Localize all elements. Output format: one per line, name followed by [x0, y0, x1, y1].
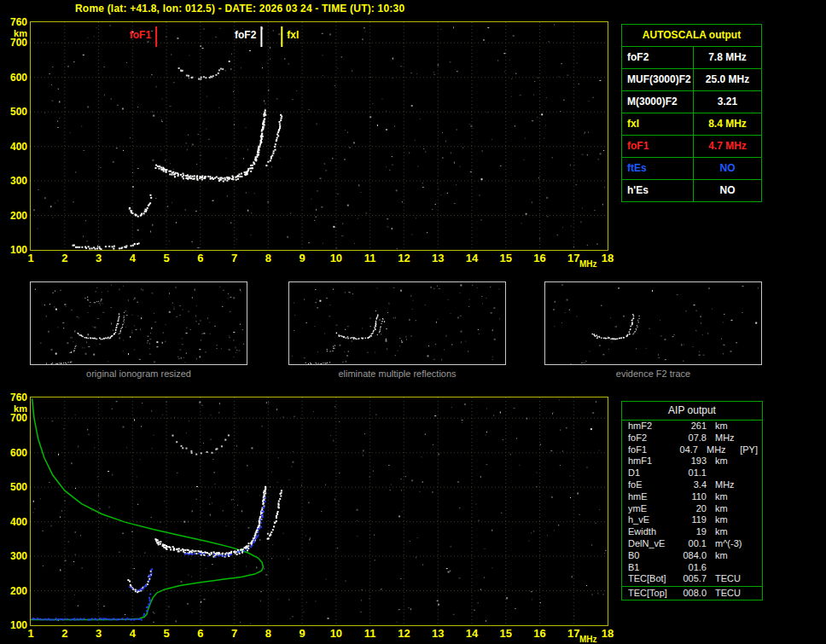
autoscala-output-table: AUTOSCALA output foF27.8 MHzMUF(3000)F22… — [621, 24, 762, 202]
thumbnail-original-canvas — [31, 282, 247, 364]
autoscala-row-value: 25.0 MHz — [694, 69, 761, 90]
y-axis-label: 200 — [1, 211, 27, 221]
aip-row-extra — [753, 538, 762, 550]
aip-table-rows: hmF2261kmfoF207.8MHzfoF104.7MHz[PY]hmF11… — [622, 421, 762, 600]
thumbnail-f2-trace — [544, 281, 762, 365]
aip-row-value: 01.6 — [679, 562, 707, 574]
aip-row-value: 19 — [679, 526, 707, 538]
aip-row-extra — [753, 503, 762, 515]
y-axis-unit-label: km — [1, 28, 27, 38]
thumbnail-f2-canvas — [545, 282, 761, 364]
y-axis-label: 600 — [1, 73, 27, 83]
x-axis-label: 11 — [359, 628, 381, 639]
aip-row-extra — [753, 526, 762, 538]
aip-row-value: 261 — [679, 421, 707, 432]
aip-row-fof1: foF104.7MHz[PY] — [622, 444, 762, 456]
autoscala-row-fof2: foF27.8 MHz — [622, 47, 761, 69]
aip-row-label: hmF1 — [622, 455, 679, 467]
aip-separator — [622, 586, 762, 587]
aip-row-label: foF2 — [622, 432, 679, 444]
y-axis-label: 700 — [1, 38, 27, 48]
aip-row-extra — [753, 479, 762, 491]
autoscala-row-ftes: ftEsNO — [622, 158, 761, 180]
aip-row-tectop: TEC[Top]008.0TECU — [622, 588, 762, 600]
aip-row-unit: km — [707, 491, 753, 503]
x-axis-label: 14 — [461, 252, 483, 264]
aip-row-extra — [753, 467, 762, 479]
aip-row-hve: h_vE119km — [622, 514, 762, 526]
aip-row-unit: MHz — [707, 432, 753, 444]
aip-row-value: 005.7 — [679, 573, 707, 585]
x-axis-label: 14 — [461, 628, 483, 639]
aip-row-unit: km — [707, 526, 753, 538]
aip-row-tecbot: TEC[Bot]005.7TECU — [622, 573, 762, 585]
aip-row-unit: m^(-3) — [707, 538, 753, 550]
aip-table-title: AIP output — [622, 402, 762, 421]
x-axis-unit-label: MHz — [579, 259, 597, 269]
y-axis-label: 760 — [1, 17, 27, 27]
y-axis-label: 400 — [1, 517, 27, 527]
aip-row-extra — [753, 455, 762, 467]
aip-row-ewidth: Ewidth19km — [622, 526, 762, 538]
aip-row-unit: TECU — [707, 588, 753, 600]
autoscala-row-label: foF2 — [622, 47, 694, 68]
autoscala-row-value: 4.7 MHz — [694, 136, 761, 157]
autoscala-row-value: NO — [694, 180, 761, 201]
aip-row-label: hmF2 — [622, 421, 679, 432]
aip-row-extra — [753, 588, 762, 600]
aip-row-yme: ymE20km — [622, 503, 762, 515]
marker-label-foF1: foF1 — [120, 30, 151, 40]
x-axis-label: 13 — [427, 628, 449, 639]
aip-row-value: 084.0 — [679, 550, 707, 562]
y-axis-label: 400 — [1, 142, 27, 152]
x-axis-unit-label: MHz — [579, 635, 597, 644]
y-axis-label: 760 — [1, 392, 27, 403]
autoscala-row-hes: h'EsNO — [622, 180, 761, 201]
caption-f2-trace: evidence F2 trace — [544, 368, 762, 379]
aip-row-unit — [707, 562, 753, 574]
x-axis-label: 13 — [427, 252, 449, 264]
aip-row-extra — [753, 562, 762, 574]
y-axis-label: 500 — [1, 482, 27, 492]
aip-row-label: D1 — [622, 467, 679, 479]
aip-row-label: foF1 — [622, 444, 673, 456]
station-header: Rome (lat: +41.8, lon: 012.5) - DATE: 20… — [75, 3, 404, 15]
autoscala-table-rows: foF27.8 MHzMUF(3000)F225.0 MHzM(3000)F23… — [622, 47, 761, 201]
x-axis-label: 4 — [121, 252, 143, 264]
autoscala-row-label: MUF(3000)F2 — [622, 69, 694, 90]
x-axis-label: 2 — [54, 252, 76, 264]
aip-row-extra — [753, 514, 762, 526]
aip-row-unit: km — [707, 455, 753, 467]
aip-row-unit: km — [707, 514, 753, 526]
autoscala-table-title: AUTOSCALA output — [622, 25, 761, 47]
autoscala-row-value: 7.8 MHz — [694, 47, 761, 68]
x-axis-label: 12 — [393, 628, 415, 639]
aip-row-hmf2: hmF2261km — [622, 421, 762, 432]
aip-row-unit: km — [707, 550, 753, 562]
aip-row-hmf1: hmF1193km — [622, 455, 762, 467]
aip-row-value: 07.8 — [679, 432, 707, 444]
x-axis-label: 15 — [495, 628, 517, 639]
aip-output-table: AIP output hmF2261kmfoF207.8MHzfoF104.7M… — [621, 401, 763, 600]
aip-row-unit: MHz — [707, 479, 753, 491]
x-axis-label: 10 — [325, 252, 347, 264]
y-axis-label: 700 — [1, 413, 27, 423]
x-axis-label: 9 — [291, 628, 313, 639]
x-axis-label: 12 — [393, 252, 415, 264]
main-ionogram-plot: foF1foF2fxI — [30, 21, 608, 251]
profile-ionogram-plot — [30, 397, 608, 626]
x-axis-label: 18 — [596, 628, 619, 639]
caption-original-ionogram: original ionogram resized — [30, 368, 247, 379]
aip-row-label: h_vE — [622, 514, 679, 526]
aip-row-value: 04.7 — [673, 444, 698, 456]
aip-row-label: hmE — [622, 491, 679, 503]
aip-row-d1: D101.1 — [622, 467, 762, 479]
autoscala-row-fof1: foF14.7 MHz — [622, 136, 761, 158]
autoscala-row-label: fxI — [622, 113, 694, 135]
x-axis-label: 8 — [257, 252, 279, 264]
aip-row-value: 20 — [679, 503, 707, 515]
aip-row-label: ymE — [622, 503, 679, 515]
aip-row-unit: TECU — [707, 573, 753, 585]
autoscala-row-label: h'Es — [622, 180, 694, 201]
marker-label-fxI: fxI — [287, 30, 299, 40]
